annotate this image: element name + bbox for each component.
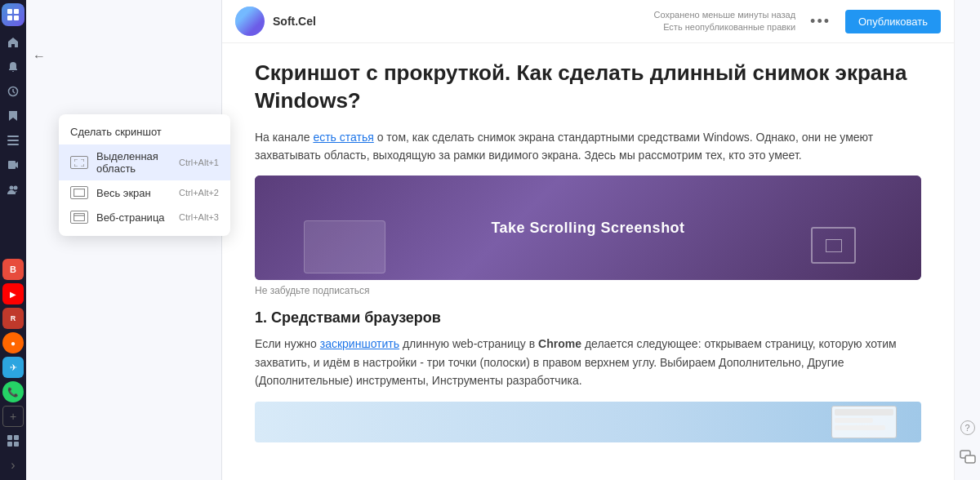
- fullscreen-shortcut: Ctrl+Alt+2: [179, 188, 219, 198]
- sidebar-telegram-icon[interactable]: ✈: [2, 357, 24, 378]
- dropdown-item-area[interactable]: Выделенная область Ctrl+Alt+1: [59, 144, 230, 180]
- article-area[interactable]: Скриншот с прокруткой. Как сделать длинн…: [222, 43, 954, 480]
- screenshot-link[interactable]: заскриншотить: [320, 337, 399, 350]
- help-icon[interactable]: ?: [958, 418, 978, 438]
- screenshot-dropdown: Сделать скриншот Выделенная область Ctrl…: [59, 114, 230, 236]
- section1-title: 1. Средствами браузеров: [255, 309, 921, 327]
- sidebar-grid-icon[interactable]: [2, 429, 24, 452]
- sidebar-video-icon[interactable]: [2, 153, 24, 176]
- sidebar-list-icon[interactable]: [2, 129, 24, 152]
- back-button[interactable]: ←: [33, 49, 46, 64]
- svg-rect-13: [7, 442, 12, 447]
- article-header: Soft.Cel Сохранено меньше минуты назад Е…: [222, 0, 954, 43]
- svg-rect-14: [14, 442, 19, 447]
- mini-overlay: [831, 406, 897, 438]
- chat-icon[interactable]: [958, 447, 978, 467]
- image-label: Take Scrolling Screenshot: [491, 220, 684, 237]
- fullscreen-label: Весь экран: [96, 187, 171, 199]
- dropdown-title: Сделать скриншот: [59, 121, 230, 144]
- sidebar-vk-icon[interactable]: В: [2, 259, 24, 280]
- sidebar-brand-icon[interactable]: [2, 3, 24, 26]
- svg-rect-5: [7, 136, 19, 137]
- publish-button[interactable]: Опубликовать: [845, 10, 941, 33]
- webpage-icon: [70, 211, 88, 224]
- save-status: Сохранено меньше минуты назад Есть неопу…: [654, 9, 796, 34]
- sidebar-people-icon[interactable]: [2, 178, 24, 201]
- svg-rect-19: [965, 456, 975, 463]
- fullscreen-icon: [70, 186, 88, 199]
- dropdown-item-fullscreen[interactable]: Весь экран Ctrl+Alt+2: [59, 180, 230, 205]
- section1-body: Если нужно заскриншотить длинную web-стр…: [255, 335, 921, 389]
- webpage-shortcut: Ctrl+Alt+3: [179, 212, 219, 222]
- intro-link[interactable]: есть статья: [313, 131, 373, 144]
- article-intro: На канале есть статья о том, как сделать…: [255, 128, 921, 165]
- sidebar-whatsapp-icon[interactable]: 📞: [2, 381, 24, 402]
- sidebar-rutube-icon[interactable]: R: [2, 308, 24, 329]
- sidebar-ok-icon[interactable]: ●: [2, 332, 24, 353]
- author-name: Soft.Cel: [273, 15, 316, 28]
- svg-rect-7: [7, 144, 19, 145]
- svg-rect-8: [8, 161, 16, 169]
- svg-point-9: [9, 186, 13, 190]
- main-content: Soft.Cel Сохранено меньше минуты назад Е…: [222, 0, 954, 480]
- svg-rect-12: [14, 435, 19, 440]
- area-label: Выделенная область: [96, 150, 171, 175]
- article-mini-image: [255, 402, 921, 442]
- area-shortcut: Ctrl+Alt+1: [179, 158, 219, 167]
- svg-rect-1: [14, 9, 19, 14]
- svg-rect-0: [7, 9, 12, 14]
- svg-rect-11: [7, 435, 12, 440]
- dropdown-item-webpage[interactable]: Веб-страница Ctrl+Alt+3: [59, 205, 230, 229]
- sidebar-clock-icon[interactable]: [2, 80, 24, 103]
- right-sidebar: ?: [954, 0, 980, 480]
- sidebar-home-icon[interactable]: [2, 31, 24, 54]
- sidebar-youtube-icon[interactable]: ▶: [2, 283, 24, 304]
- sidebar-bell-icon[interactable]: [2, 56, 24, 78]
- sidebar-arrow-right-icon[interactable]: ›: [2, 454, 24, 477]
- svg-rect-16: [74, 214, 85, 221]
- svg-rect-15: [74, 189, 85, 197]
- sidebar-add-icon[interactable]: +: [2, 406, 24, 427]
- svg-rect-2: [7, 16, 12, 20]
- webpage-label: Веб-страница: [96, 211, 171, 224]
- more-button[interactable]: •••: [804, 10, 837, 33]
- avatar: [235, 7, 265, 36]
- svg-point-10: [13, 186, 17, 190]
- sidebar-bookmark-icon[interactable]: [2, 104, 24, 127]
- side-panel: ← Сделать скриншот Выделенная область Ct…: [26, 0, 222, 480]
- article-main-image: Take Scrolling Screenshot: [255, 176, 921, 280]
- svg-rect-6: [7, 140, 19, 141]
- image-caption: Не забудьте подписаться: [255, 285, 921, 296]
- sidebar: В ▶ R ● ✈ 📞 + ›: [0, 0, 26, 480]
- area-select-icon: [70, 156, 88, 169]
- svg-rect-3: [14, 16, 19, 20]
- article-title: Скриншот с прокруткой. Как сделать длинн…: [255, 60, 921, 115]
